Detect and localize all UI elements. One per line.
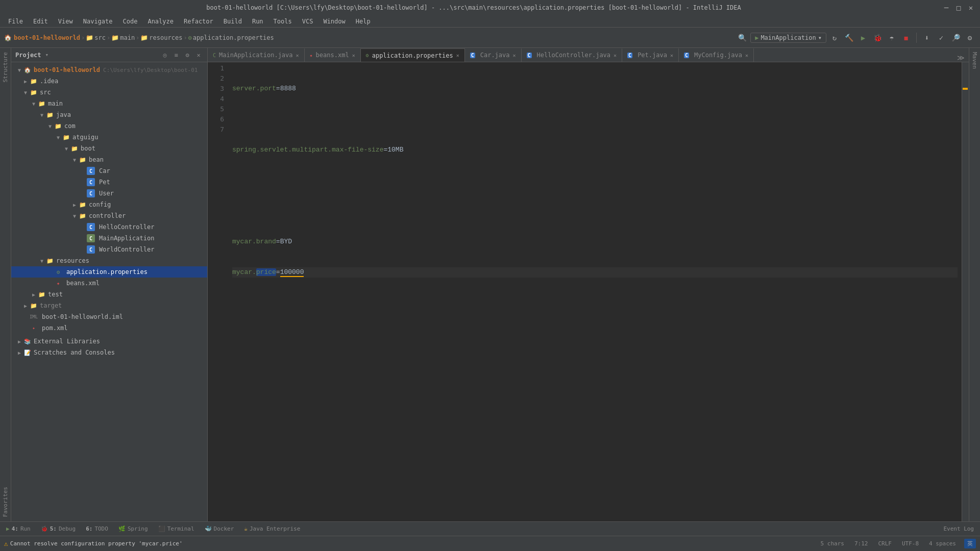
close-panel-button[interactable]: ✕	[194, 51, 203, 60]
tab-pet-close[interactable]: ✕	[670, 53, 673, 58]
breadcrumb-main[interactable]: main	[120, 34, 135, 41]
status-position[interactable]: 7:12	[852, 539, 870, 548]
tab-myconfig-close[interactable]: ✕	[745, 53, 748, 58]
tab-appprops[interactable]: ⚙ application.properties ✕	[361, 48, 465, 62]
collapse-all-button[interactable]: ≡	[172, 51, 181, 60]
tree-test[interactable]: ▶ 📁 test	[11, 289, 207, 300]
favorites-tab[interactable]: Favorites	[1, 483, 10, 521]
tree-hellocontroller[interactable]: ▶ C HelloController	[11, 221, 207, 233]
tree-user[interactable]: ▶ C User	[11, 188, 207, 199]
search-button[interactable]: 🔎	[949, 32, 962, 44]
tree-beans-xml[interactable]: ▶ ✦ beans.xml	[11, 278, 207, 289]
debug-tab[interactable]: 🐞 5: Debug	[39, 524, 78, 533]
menu-build[interactable]: Build	[219, 17, 246, 26]
code-content[interactable]: server.port=8888 spring.servlet.multipar…	[228, 62, 962, 521]
maximize-button[interactable]: □	[954, 4, 963, 12]
docker-tab[interactable]: 🐳 Docker	[203, 524, 236, 533]
maven-tab[interactable]: Maven	[970, 48, 979, 73]
git-commit-button[interactable]: ✓	[935, 32, 947, 44]
breadcrumb-project[interactable]: boot-01-helloworld	[14, 34, 80, 41]
tab-beansxml-close[interactable]: ✕	[352, 53, 355, 58]
tab-car[interactable]: C Car.java ✕	[465, 48, 522, 62]
close-button[interactable]: ✕	[967, 4, 975, 12]
tree-main[interactable]: ▼ 📁 main	[11, 98, 207, 109]
tree-worldcontroller[interactable]: ▶ C WorldController	[11, 244, 207, 255]
menu-navigate[interactable]: Navigate	[79, 17, 117, 26]
tab-myconfig[interactable]: C MyConfig.java ✕	[679, 48, 754, 62]
menu-analyze[interactable]: Analyze	[143, 17, 178, 26]
menu-run[interactable]: Run	[248, 17, 267, 26]
tab-appprops-close[interactable]: ✕	[456, 53, 459, 58]
menu-tools[interactable]: Tools	[270, 17, 296, 26]
tree-iml[interactable]: ▶ IML boot-01-helloworld.iml	[11, 311, 207, 322]
run-tab[interactable]: ▶ 4: Run	[4, 524, 33, 533]
reload-button[interactable]: ↻	[828, 32, 841, 44]
status-linesep[interactable]: CRLF	[876, 539, 894, 548]
tree-application-properties[interactable]: ▶ ⚙ application.properties	[11, 266, 207, 278]
terminal-tab[interactable]: ⬛ Terminal	[156, 524, 197, 533]
menu-window[interactable]: Window	[319, 17, 349, 26]
tree-boot[interactable]: ▼ 📁 boot	[11, 143, 207, 154]
tab-list-button[interactable]: ≫	[953, 54, 969, 62]
event-log-tab[interactable]: Event Log	[941, 524, 976, 533]
run-button[interactable]: ▶	[857, 32, 869, 44]
tree-car[interactable]: ▶ C Car	[11, 165, 207, 177]
menu-view[interactable]: View	[54, 17, 77, 26]
debug-button[interactable]: 🐞	[871, 32, 884, 44]
tree-root[interactable]: ▼ 🏠 boot-01-helloworld C:\Users\lfy\Desk…	[11, 64, 207, 76]
menu-edit[interactable]: Edit	[29, 17, 52, 26]
tree-pet[interactable]: ▶ C Pet	[11, 177, 207, 188]
tree-controller[interactable]: ▼ 📁 controller	[11, 210, 207, 221]
code-editor[interactable]: 1 2 3 4 5 6 7 server.port=8888 spring.se…	[208, 62, 969, 521]
todo-tab[interactable]: 6: TODO	[84, 524, 110, 533]
tab-mainapplication-close[interactable]: ✕	[296, 53, 299, 58]
menu-file[interactable]: File	[4, 17, 27, 26]
tab-beansxml[interactable]: ✦ beans.xml ✕	[305, 48, 361, 62]
tree-bean[interactable]: ▼ 📁 bean	[11, 154, 207, 165]
tab-car-close[interactable]: ✕	[513, 53, 516, 58]
spring-tab[interactable]: 🌿 Spring	[116, 524, 150, 533]
tab-hellocontroller[interactable]: C HelloController.java ✕	[522, 48, 623, 62]
tree-resources[interactable]: ▼ 📁 resources	[11, 255, 207, 266]
menu-refactor[interactable]: Refactor	[180, 17, 217, 26]
menu-code[interactable]: Code	[119, 17, 142, 26]
tree-atguigu[interactable]: ▼ 📁 atguigu	[11, 132, 207, 143]
settings-tree-button[interactable]: ⚙	[183, 51, 192, 60]
structure-tab[interactable]: Structure	[1, 48, 10, 87]
breadcrumb-file[interactable]: application.properties	[193, 34, 274, 41]
breadcrumb-resources[interactable]: resources	[149, 34, 182, 41]
tab-mainapplication[interactable]: C MainApplication.java ✕	[208, 48, 305, 62]
tree-java[interactable]: ▼ 📁 java	[11, 109, 207, 120]
tree-idea[interactable]: ▶ 📁 .idea	[11, 76, 207, 87]
tree-com[interactable]: ▼ 📁 com	[11, 120, 207, 132]
settings-button[interactable]: ⚙	[964, 32, 976, 44]
locate-file-button[interactable]: ◎	[160, 51, 169, 60]
menu-vcs[interactable]: VCS	[298, 17, 317, 26]
stop-button[interactable]: ◼	[900, 32, 912, 44]
tree-mainapplication[interactable]: ▶ C MainApplication	[11, 233, 207, 244]
minimize-button[interactable]: ─	[942, 4, 950, 12]
menu-help[interactable]: Help	[352, 17, 375, 26]
search-everywhere-button[interactable]: 🔍	[736, 32, 748, 44]
status-ime[interactable]: 英	[964, 539, 976, 548]
breadcrumb-src[interactable]: src	[94, 34, 106, 41]
git-update-button[interactable]: ⬇	[921, 32, 933, 44]
tree-src[interactable]: ▼ 📁 src	[11, 87, 207, 98]
java-enterprise-tab[interactable]: ☕ Java Enterprise	[242, 524, 302, 533]
status-encoding[interactable]: UTF-8	[900, 539, 921, 548]
tree-config[interactable]: ▶ 📁 config	[11, 199, 207, 210]
coverage-button[interactable]: ☂	[886, 32, 898, 44]
build-button[interactable]: 🔨	[843, 32, 855, 44]
tree-pom[interactable]: ▶ ✦ pom.xml	[11, 322, 207, 334]
tree-scratches[interactable]: ▶ 📝 Scratches and Consoles	[11, 347, 207, 358]
controller-label: controller	[89, 212, 126, 219]
tree-external-libraries[interactable]: ▶ 📚 External Libraries	[11, 336, 207, 347]
right-scrollbar[interactable]	[962, 62, 969, 521]
run-config-selector[interactable]: ▶ MainApplication ▾	[750, 33, 826, 43]
project-dropdown-arrow[interactable]: ▾	[45, 52, 49, 58]
tree-target[interactable]: ▶ 📁 target	[11, 300, 207, 311]
tab-pet[interactable]: C Pet.java ✕	[622, 48, 679, 62]
status-indent[interactable]: 4 spaces	[927, 539, 958, 548]
tab-hellocontroller-close[interactable]: ✕	[614, 53, 617, 58]
status-chars[interactable]: 5 chars	[819, 539, 846, 548]
